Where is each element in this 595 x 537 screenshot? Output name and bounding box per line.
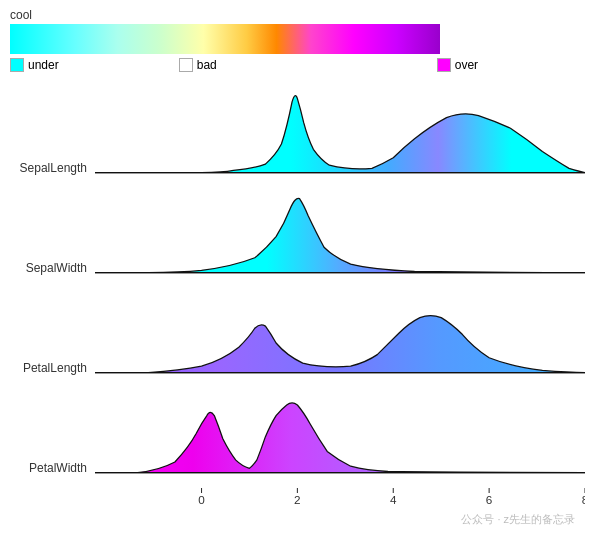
chart-sepal-width: [95, 186, 585, 281]
over-swatch: [437, 58, 451, 72]
svg-text:6: 6: [486, 494, 493, 506]
colorbar-title: cool: [10, 8, 585, 22]
xaxis-container: 0 2 4 6 8: [95, 488, 585, 508]
bad-swatch: [179, 58, 193, 72]
svg-text:8: 8: [582, 494, 585, 506]
chart-label-petal-width: PetalWidth: [10, 461, 95, 475]
chart-label-petal-length: PetalLength: [10, 361, 95, 375]
page: cool under bad over SepalLength: [0, 0, 595, 537]
xaxis-row: 0 2 4 6 8: [10, 488, 585, 508]
colorbar-section: cool under bad over: [10, 8, 585, 72]
legend-bad: bad: [179, 58, 217, 72]
bad-label: bad: [197, 58, 217, 72]
watermark: 公众号 · z先生的备忘录: [461, 512, 575, 527]
chart-row-petal-width: PetalWidth: [10, 386, 585, 481]
chart-row-sepal-length: SepalLength: [10, 86, 585, 181]
colorbar-labels: under bad over: [10, 58, 585, 72]
svg-text:4: 4: [390, 494, 397, 506]
under-label: under: [28, 58, 59, 72]
chart-row-sepal-width: SepalWidth: [10, 186, 585, 281]
chart-petal-width: [95, 386, 585, 481]
chart-label-sepal-length: SepalLength: [10, 161, 95, 175]
legend-under: under: [10, 58, 59, 72]
over-label: over: [455, 58, 478, 72]
xaxis-spacer: [10, 488, 95, 508]
svg-text:0: 0: [198, 494, 205, 506]
colorbar-gradient: [10, 24, 440, 54]
chart-petal-length: [95, 286, 585, 381]
legend-over: over: [437, 58, 478, 72]
chart-sepal-length: [95, 86, 585, 181]
charts-area: SepalLength: [10, 76, 585, 529]
under-swatch: [10, 58, 24, 72]
svg-text:2: 2: [294, 494, 301, 506]
chart-row-petal-length: PetalLength: [10, 286, 585, 381]
chart-label-sepal-width: SepalWidth: [10, 261, 95, 275]
